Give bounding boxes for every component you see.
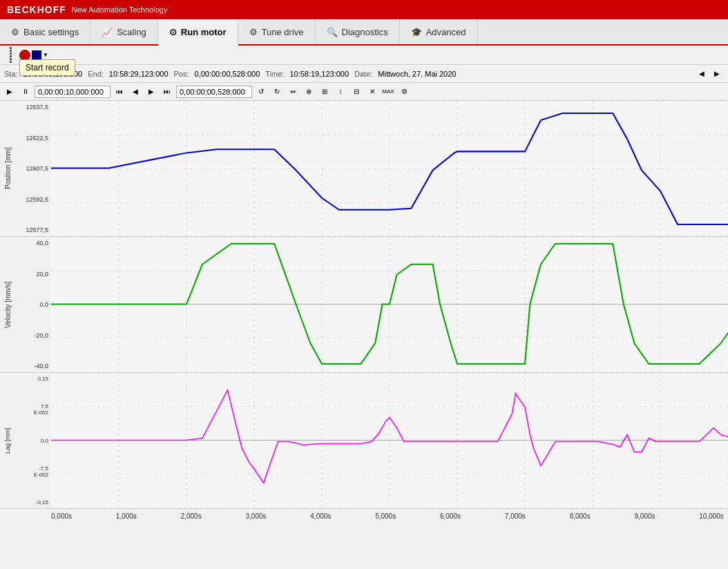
velocity-chart: Velocity [mm/s] 40,0 20,0 0,0 -20,0 -40,… <box>0 237 728 373</box>
tab-scaling[interactable]: 📈 Scaling <box>90 19 158 44</box>
position-chart: Position [mm] 12637,5 12622,5 12607,5 12… <box>0 101 728 237</box>
zoom-fit-btn[interactable]: ⊞ <box>318 85 332 99</box>
header-bar: BECKHOFF New Automation Technology <box>0 0 728 19</box>
time-end-input[interactable] <box>176 86 252 98</box>
pos-value: 0,00:00:00,528:000 <box>195 70 260 78</box>
status-bar: Sta: 10:58:05,195:000 End: 10:58:29,123:… <box>0 65 728 83</box>
zoom-sel-btn[interactable]: ⊕ <box>302 85 316 99</box>
end-value: 10:58:29,123:000 <box>109 70 169 78</box>
play-btn[interactable]: ▶ <box>3 85 17 99</box>
velocity-svg <box>51 237 728 372</box>
logo: BECKHOFF <box>7 4 66 15</box>
position-ylabel: Position [mm] <box>0 101 15 236</box>
next-btn[interactable]: ▶ <box>144 85 158 99</box>
date-value: Mittwoch, 27. Mai 2020 <box>378 70 456 78</box>
clear-btn[interactable]: ✕ <box>365 85 379 99</box>
pause-btn[interactable]: ⏸ <box>19 85 32 99</box>
link-btn[interactable]: ⇔ <box>286 85 300 99</box>
lag-chart-area <box>51 373 728 508</box>
pos-label: Pos: <box>174 70 189 78</box>
charts-area: Position [mm] 12637,5 12622,5 12607,5 12… <box>0 101 728 523</box>
lag-ylabel: Lag [mm] <box>0 373 15 508</box>
tab-bar: ⚙ Basic settings 📈 Scaling ⊙ Run motor ⚙… <box>0 19 728 46</box>
skip-start-btn[interactable]: ⏮ <box>113 85 126 99</box>
scaling-icon: 📈 <box>102 27 113 37</box>
velocity-chart-area <box>51 237 728 372</box>
zoom-in-btn[interactable]: ↕ <box>334 85 347 99</box>
velocity-yticks: 40,0 20,0 0,0 -20,0 -40,0 <box>15 237 51 372</box>
position-chart-area <box>51 101 728 236</box>
position-svg <box>51 101 728 236</box>
lag-yticks: 0,15 7,5 E-002 0,0 -7,5 E-002 -0,15 <box>15 373 51 508</box>
panel-left-btn[interactable]: ◀ <box>695 67 709 81</box>
position-yticks: 12637,5 12622,5 12607,5 12592,5 12577,5 <box>15 101 51 236</box>
lag-chart: Lag [mm] 0,15 7,5 E-002 0,0 -7,5 E-002 -… <box>0 373 728 509</box>
panel-right-btn[interactable]: ▶ <box>710 67 724 81</box>
tab-basic-settings[interactable]: ⚙ Basic settings <box>0 19 90 44</box>
tune-icon: ⚙ <box>249 27 258 37</box>
settings-btn[interactable]: ⚙ <box>397 85 411 99</box>
velocity-ylabel: Velocity [mm/s] <box>0 237 15 372</box>
lag-svg <box>51 373 728 508</box>
time-label: Time: <box>265 70 284 78</box>
tab-advanced[interactable]: 🎓 Advanced <box>400 19 478 44</box>
xaxis-labels: 0,000s 1,000s 2,000s 3,000s 4,000s 5,000… <box>0 509 728 523</box>
playbar: ▶ ⏸ ⏮ ◀ ▶ ⏭ ↺ ↻ ⇔ ⊕ ⊞ ↕ ⊟ ✕ MAX ⚙ <box>0 83 728 101</box>
dropdown-arrow[interactable]: ▼ <box>43 52 48 58</box>
stop-button[interactable] <box>32 50 41 60</box>
skip-end-btn[interactable]: ⏭ <box>160 85 174 99</box>
date-label: Date: <box>354 70 372 78</box>
time-start-input[interactable] <box>35 86 111 98</box>
advanced-icon: 🎓 <box>411 27 422 37</box>
zoom-out-btn[interactable]: ⊟ <box>349 85 363 99</box>
sync-btn[interactable]: ↻ <box>270 85 284 99</box>
toolbar: ▼ Start record <box>0 46 728 65</box>
end-label: End: <box>88 70 104 78</box>
header-subtitle: New Automation Technology <box>72 6 168 14</box>
loop-btn[interactable]: ↺ <box>254 85 268 99</box>
tab-run-motor[interactable]: ⊙ Run motor <box>158 19 238 46</box>
menu-dots[interactable] <box>3 48 18 63</box>
motor-icon: ⊙ <box>169 27 177 37</box>
start-label: Sta: <box>4 70 18 78</box>
prev-btn[interactable]: ◀ <box>128 85 142 99</box>
gear-icon: ⚙ <box>11 27 19 37</box>
tab-diagnostics[interactable]: 🔍 Diagnostics <box>316 19 400 44</box>
tooltip: Start record <box>19 59 75 76</box>
tab-tune-drive[interactable]: ⚙ Tune drive <box>238 19 316 44</box>
diagnostics-icon: 🔍 <box>327 27 338 37</box>
time-value: 10:58:19,123:000 <box>289 70 349 78</box>
max-btn[interactable]: MAX <box>381 85 395 99</box>
